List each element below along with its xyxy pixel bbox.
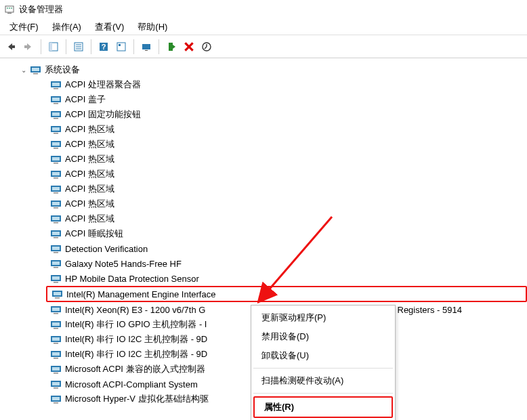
tree-item[interactable]: ACPI 热区域 <box>46 167 527 182</box>
tree-item[interactable]: ACPI 热区域 <box>46 137 527 152</box>
tree-item[interactable]: HP Mobile Data Protection Sensor <box>46 271 527 286</box>
properties-button[interactable] <box>70 39 87 55</box>
tree-item[interactable]: Detection Verification <box>46 241 527 256</box>
svg-rect-30 <box>54 118 58 119</box>
device-icon <box>50 109 62 120</box>
device-icon <box>50 319 62 330</box>
tree-item-label: ACPI 热区域 <box>65 123 114 135</box>
device-icon <box>50 304 62 315</box>
tree-item[interactable]: Intel(R) Management Engine Interface <box>46 286 527 302</box>
tree-item[interactable]: ACPI 睡眠按钮 <box>46 226 527 241</box>
collapse-icon[interactable]: ⌄ <box>19 66 28 74</box>
tree-item[interactable]: ACPI 热区域 <box>46 182 527 196</box>
scan-hardware-button[interactable] <box>138 39 154 55</box>
tree-item-label: HP Mobile Data Protection Sensor <box>65 274 199 284</box>
svg-rect-57 <box>54 252 58 253</box>
svg-rect-41 <box>52 172 60 175</box>
context-separator <box>253 393 393 394</box>
device-icon <box>50 258 62 269</box>
tree-item[interactable]: ACPI 热区域 <box>46 152 527 167</box>
menu-help[interactable]: 帮助(H) <box>131 20 174 35</box>
svg-rect-77 <box>52 352 60 356</box>
tree-item-label: ACPI 睡眠按钮 <box>65 228 123 240</box>
enable-device-button[interactable] <box>163 39 180 55</box>
tree-item[interactable]: Galaxy Note5 Hands-Free HF <box>46 256 527 271</box>
tree-item-label: ACPI 热区域 <box>65 138 114 150</box>
svg-text:?: ? <box>102 43 106 51</box>
svg-rect-62 <box>52 276 60 280</box>
menu-action[interactable]: 操作(A) <box>45 20 88 35</box>
disable-device-button[interactable] <box>198 39 215 55</box>
svg-rect-33 <box>54 133 58 134</box>
window-title: 设备管理器 <box>19 3 63 16</box>
tree-item[interactable]: ACPI 固定功能按钮 <box>46 107 527 122</box>
svg-rect-13 <box>117 43 125 51</box>
toolbar-separator <box>41 39 41 54</box>
tree-item[interactable]: ACPI 热区域 <box>46 211 527 226</box>
device-icon <box>50 349 62 360</box>
forward-button[interactable] <box>20 39 37 55</box>
context-properties[interactable]: 属性(R) <box>253 396 393 418</box>
toolbar-separator <box>66 39 66 54</box>
svg-point-3 <box>9 7 10 9</box>
menu-file[interactable]: 文件(F) <box>3 20 45 35</box>
toolbar-separator <box>159 39 159 54</box>
svg-rect-75 <box>54 343 58 344</box>
svg-rect-45 <box>54 192 58 194</box>
svg-rect-38 <box>52 157 60 161</box>
context-uninstall-device[interactable]: 卸载设备(U) <box>252 346 394 365</box>
tree-category[interactable]: ⌄ 系统设备 <box>16 62 527 77</box>
tree-item-label: Intel(R) Management Engine Interface <box>66 289 215 299</box>
context-separator <box>253 368 393 369</box>
back-button[interactable] <box>3 39 19 55</box>
device-icon <box>50 273 62 284</box>
device-icon <box>50 169 62 180</box>
tree-item-label: Microsoft Hyper-V 虚拟化基础结构驱 <box>65 393 209 405</box>
svg-rect-32 <box>52 127 60 131</box>
device-icon <box>50 139 62 150</box>
tree-item[interactable]: ACPI 盖子 <box>46 92 527 107</box>
show-hide-tree-button[interactable] <box>45 39 62 55</box>
svg-rect-6 <box>49 43 52 51</box>
context-disable-device[interactable]: 禁用设备(D) <box>252 327 394 346</box>
toolbar-button[interactable] <box>113 39 129 55</box>
tree-item-label: ACPI 热区域 <box>65 153 114 165</box>
tree-item-label: ACPI 盖子 <box>65 93 106 106</box>
svg-rect-74 <box>52 337 60 341</box>
tree-item[interactable]: ACPI 处理器聚合器 <box>46 77 527 92</box>
svg-rect-27 <box>54 103 58 104</box>
svg-point-2 <box>7 7 8 9</box>
svg-rect-68 <box>52 308 60 311</box>
tree-item-label: Intel(R) Xeon(R) E3 - 1200 v6/7th G <box>65 305 205 315</box>
svg-rect-29 <box>52 112 60 116</box>
svg-rect-72 <box>54 328 58 329</box>
svg-rect-39 <box>54 163 58 164</box>
menu-view[interactable]: 查看(V) <box>88 20 131 35</box>
device-icon <box>50 124 62 135</box>
svg-rect-60 <box>54 267 58 268</box>
svg-rect-21 <box>33 73 38 75</box>
tree-item-label: ACPI 热区域 <box>65 168 114 180</box>
toolbar-separator <box>91 39 91 54</box>
device-icon <box>50 334 62 345</box>
help-button[interactable]: ? <box>96 39 112 55</box>
svg-rect-24 <box>54 88 58 89</box>
svg-rect-83 <box>52 382 60 385</box>
device-icon <box>50 364 62 375</box>
tree-item[interactable]: ACPI 热区域 <box>46 196 527 211</box>
context-menu: 更新驱动程序(P) 禁用设备(D) 卸载设备(U) 扫描检测硬件改动(A) 属性… <box>251 305 396 420</box>
svg-rect-35 <box>52 142 60 146</box>
device-icon <box>50 228 62 239</box>
uninstall-device-button[interactable] <box>181 39 197 55</box>
context-update-driver[interactable]: 更新驱动程序(P) <box>252 308 394 327</box>
svg-rect-16 <box>145 50 148 51</box>
tree-item-label: Intel(R) 串行 IO I2C 主机控制器 - 9D <box>65 333 207 345</box>
svg-point-4 <box>11 7 12 9</box>
device-icon <box>51 289 64 299</box>
context-scan-hardware[interactable]: 扫描检测硬件改动(A) <box>252 371 394 390</box>
device-icon <box>50 213 62 224</box>
svg-rect-0 <box>5 6 14 12</box>
tree-item-label: ACPI 热区域 <box>65 198 114 210</box>
tree-item[interactable]: ACPI 热区域 <box>46 122 527 137</box>
svg-rect-87 <box>54 402 58 404</box>
